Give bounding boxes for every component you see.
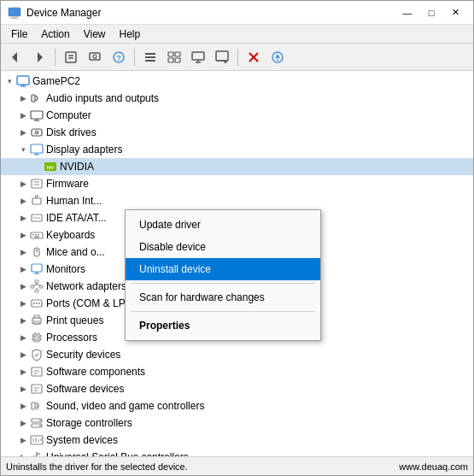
forward-button[interactable] [28, 46, 50, 68]
svg-rect-55 [32, 234, 34, 236]
separator-1 [55, 49, 56, 66]
menu-action[interactable]: Action [34, 26, 76, 42]
list-view-button[interactable] [139, 46, 161, 68]
update-driver-button[interactable] [84, 46, 106, 68]
tree-item-storage[interactable]: ▶ Storage controllers [1, 414, 473, 432]
svg-point-74 [33, 303, 35, 304]
svg-rect-13 [145, 56, 155, 58]
toggle-system[interactable]: ▶ [16, 433, 30, 447]
toggle-network[interactable]: ▶ [16, 279, 30, 293]
svg-rect-56 [35, 234, 37, 236]
menu-bar: File Action View Help [1, 25, 473, 44]
menu-view[interactable]: View [77, 26, 113, 42]
toggle-processors[interactable]: ▶ [16, 331, 30, 344]
tree-item-audio[interactable]: ▶ Audio inputs and outputs [1, 90, 473, 107]
label-processors: Processors [46, 332, 97, 344]
svg-rect-65 [35, 280, 38, 283]
svg-rect-30 [17, 76, 29, 85]
tree-item-nvidia[interactable]: ▶ NV NVIDIA [1, 158, 473, 175]
toggle-storage[interactable]: ▶ [16, 416, 30, 430]
ctx-uninstall-device[interactable]: Uninstall device [126, 258, 320, 280]
toggle-usb[interactable]: ▶ [16, 450, 30, 456]
tree-item-system[interactable]: ▶ System devices [1, 432, 473, 449]
icon-computer [30, 109, 44, 122]
toggle-human[interactable]: ▶ [16, 194, 30, 208]
close-button[interactable]: ✕ [444, 4, 466, 21]
status-url: www.deuaq.com [399, 461, 468, 472]
resources-button[interactable] [163, 46, 185, 68]
properties-button[interactable] [60, 46, 82, 68]
toggle-print[interactable]: ▶ [16, 314, 30, 327]
toggle-disk[interactable]: ▶ [16, 126, 30, 139]
label-computer: Computer [46, 109, 91, 121]
menu-file[interactable]: File [4, 26, 34, 42]
tree-item-gamepc2[interactable]: ▾ GamePC2 [1, 73, 473, 90]
toggle-software-components[interactable]: ▶ [16, 365, 30, 379]
toggle-gamepc2[interactable]: ▾ [3, 74, 16, 88]
icon-monitors [30, 262, 44, 276]
label-ide: IDE ATA/AT... [46, 212, 107, 224]
tree-item-human[interactable]: ▶ Human Int... [1, 192, 473, 209]
minimize-button[interactable]: — [396, 4, 418, 21]
toggle-display[interactable]: ▾ [16, 143, 30, 156]
tree-item-display[interactable]: ▾ Display adapters [1, 141, 473, 158]
tree-item-computer[interactable]: ▶ Computer [1, 107, 473, 124]
svg-rect-45 [32, 179, 42, 188]
device-manager-window: Device Manager — □ ✕ File Action View He… [0, 0, 474, 476]
svg-rect-12 [145, 53, 155, 55]
toolbar: ? [1, 44, 473, 71]
icon-human [30, 194, 44, 208]
toggle-sound[interactable]: ▶ [16, 399, 30, 413]
tree-item-firmware[interactable]: ▶ Firmware [1, 175, 473, 192]
icon-firmware [30, 177, 44, 191]
svg-rect-96 [32, 403, 35, 409]
toggle-ports[interactable]: ▶ [16, 297, 30, 310]
scan-button[interactable] [211, 46, 233, 68]
icon-network [30, 279, 44, 293]
toggle-monitors[interactable]: ▶ [16, 262, 30, 276]
svg-point-24 [225, 61, 227, 63]
remove-button[interactable] [243, 46, 265, 68]
toggle-keyboards[interactable]: ▶ [16, 228, 30, 242]
download-button[interactable] [266, 46, 289, 68]
label-human: Human Int... [46, 195, 102, 207]
toggle-software-devices[interactable]: ▶ [16, 382, 30, 396]
svg-rect-80 [33, 334, 40, 341]
icon-display [30, 143, 44, 156]
label-system: System devices [46, 434, 118, 446]
help-button[interactable]: ? [108, 46, 130, 68]
tree-item-usb[interactable]: ▶ Universal Serial Bus controllers [1, 449, 473, 456]
toggle-security[interactable]: ▶ [16, 348, 30, 361]
tree-item-sound[interactable]: ▶ Sound, video and game controllers [1, 397, 473, 414]
icon-processors [30, 331, 44, 344]
tree-item-software-devices[interactable]: ▶ Software devices [1, 380, 473, 397]
svg-marker-4 [38, 52, 43, 62]
tree-item-software-components[interactable]: ▶ Software components [1, 363, 473, 380]
ctx-separator-2 [131, 311, 315, 312]
tree-item-security[interactable]: ▶ Security devices [1, 346, 473, 363]
title-bar-left: Device Manager [8, 6, 101, 20]
ctx-disable-device[interactable]: Disable device [126, 236, 320, 258]
back-button[interactable] [4, 46, 26, 68]
toggle-audio[interactable]: ▶ [16, 91, 30, 105]
toggle-mice[interactable]: ▶ [16, 245, 30, 259]
svg-rect-79 [34, 321, 39, 324]
svg-rect-17 [168, 58, 173, 62]
svg-rect-5 [66, 52, 76, 62]
maximize-button[interactable]: □ [420, 4, 442, 21]
ctx-properties[interactable]: Properties [126, 314, 320, 337]
toggle-ide[interactable]: ▶ [16, 211, 30, 225]
menu-help[interactable]: Help [113, 26, 148, 42]
svg-rect-18 [175, 58, 180, 62]
separator-3 [237, 49, 238, 66]
toggle-firmware[interactable]: ▶ [16, 177, 30, 191]
svg-rect-2 [10, 18, 19, 19]
monitor-button[interactable] [187, 46, 209, 68]
svg-rect-34 [31, 111, 43, 119]
icon-security [30, 348, 44, 361]
svg-rect-57 [38, 234, 39, 236]
tree-item-disk[interactable]: ▶ Disk drives [1, 124, 473, 141]
ctx-update-driver[interactable]: Update driver [126, 214, 320, 236]
toggle-computer[interactable]: ▶ [16, 109, 30, 122]
ctx-scan-changes[interactable]: Scan for hardware changes [126, 286, 320, 309]
